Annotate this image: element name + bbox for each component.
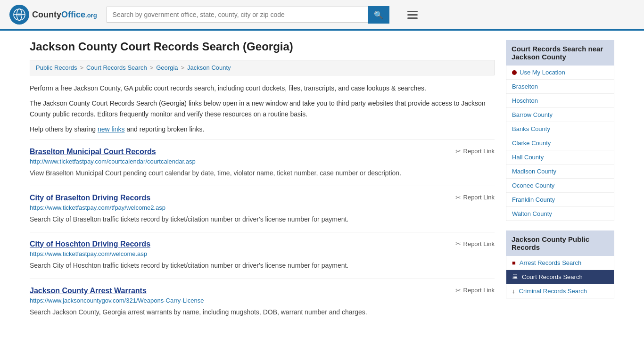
public-record-item[interactable]: 🏛 Court Records Search (506, 270, 614, 284)
nearby-link[interactable]: Walton County (512, 210, 552, 217)
nearby-list-item[interactable]: Hoschton (506, 94, 614, 108)
record-url[interactable]: https://www.ticketfastpay.com/welcome.as… (30, 250, 495, 257)
nearby-list-item[interactable]: Braselton (506, 80, 614, 94)
public-record-link[interactable]: Arrest Records Search (520, 259, 582, 266)
intro-paragraph-3: Help others by sharing new links and rep… (30, 124, 495, 134)
report-icon: ✂ (455, 194, 461, 201)
public-record-link[interactable]: Criminal Records Search (519, 288, 587, 295)
record-header: Jackson County Arrest Warrants ✂ Report … (30, 287, 495, 297)
nearby-items: BraseltonHoschtonBarrow CountyBanks Coun… (506, 80, 614, 221)
main-content: Jackson County Court Records Search (Geo… (30, 40, 495, 325)
record-header: Braselton Municipal Court Records ✂ Repo… (30, 148, 495, 158)
page-title: Jackson County Court Records Search (Geo… (30, 40, 495, 53)
court-icon: 🏛 (512, 273, 518, 280)
report-link[interactable]: ✂ Report Link (455, 194, 495, 201)
public-record-item[interactable]: ■ Arrest Records Search (506, 256, 614, 270)
breadcrumb: Public Records > Court Records Search > … (30, 60, 495, 75)
nearby-link[interactable]: Braselton (512, 83, 538, 90)
nearby-link[interactable]: Oconee County (512, 182, 554, 189)
logo-link[interactable]: CountyOffice.org (9, 5, 97, 25)
report-label: Report Link (463, 240, 495, 247)
record-title[interactable]: City of Braselton Driving Records (30, 194, 150, 202)
record-item: City of Braselton Driving Records ✂ Repo… (30, 186, 495, 232)
record-item: Jackson County Arrest Warrants ✂ Report … (30, 279, 495, 325)
intro-paragraph-2: The Jackson County Court Records Search … (30, 98, 495, 119)
page-container: Jackson County Court Records Search (Geo… (20, 31, 624, 334)
record-url[interactable]: https://www.ticketfastpay.com/tfpay/welc… (30, 204, 495, 211)
sidebar: Court Records Search near Jackson County… (506, 40, 614, 325)
nearby-link[interactable]: Banks County (512, 125, 550, 132)
menu-button[interactable] (404, 7, 421, 23)
nearby-link[interactable]: Franklin County (512, 196, 555, 203)
breadcrumb-court-records-search[interactable]: Court Records Search (86, 64, 147, 71)
intro-paragraph-1: Perform a free Jackson County, GA public… (30, 83, 495, 93)
report-link[interactable]: ✂ Report Link (455, 287, 495, 294)
use-location-link[interactable]: Use My Location (520, 69, 565, 76)
nearby-link[interactable]: Hoschton (512, 97, 538, 104)
use-my-location[interactable]: Use My Location (506, 66, 614, 80)
report-label: Report Link (463, 194, 495, 201)
breadcrumb-jackson-county[interactable]: Jackson County (187, 64, 231, 71)
nearby-list-item[interactable]: Banks County (506, 122, 614, 136)
location-dot-icon (512, 70, 517, 75)
breadcrumb-sep-2: > (150, 64, 154, 71)
record-header: City of Braselton Driving Records ✂ Repo… (30, 194, 495, 204)
public-record-link[interactable]: Court Records Search (522, 273, 583, 280)
record-item: Braselton Municipal Court Records ✂ Repo… (30, 140, 495, 186)
arrest-icon: ■ (512, 259, 516, 266)
report-icon: ✂ (455, 287, 461, 294)
nearby-section-title: Court Records Search near Jackson County (506, 40, 614, 66)
nearby-list-item[interactable]: Franklin County (506, 193, 614, 207)
nearby-section: Court Records Search near Jackson County… (506, 40, 614, 221)
public-records-list: ■ Arrest Records Search 🏛 Court Records … (506, 256, 614, 298)
nearby-link[interactable]: Barrow County (512, 111, 553, 118)
public-record-item[interactable]: ↓ Criminal Records Search (506, 284, 614, 298)
nearby-list: Use My Location BraseltonHoschtonBarrow … (506, 66, 614, 221)
nearby-list-item[interactable]: Barrow County (506, 108, 614, 122)
report-link[interactable]: ✂ Report Link (455, 240, 495, 247)
record-url[interactable]: http://www.ticketfastpay.com/courtcalend… (30, 158, 495, 165)
breadcrumb-sep-1: > (80, 64, 83, 71)
record-item: City of Hoschton Driving Records ✂ Repor… (30, 232, 495, 278)
record-header: City of Hoschton Driving Records ✂ Repor… (30, 240, 495, 250)
report-icon: ✂ (455, 240, 461, 247)
logo-icon (9, 5, 29, 25)
site-header: CountyOffice.org 🔍 (0, 0, 644, 31)
report-label: Report Link (463, 148, 495, 155)
nearby-link[interactable]: Madison County (512, 168, 556, 175)
breadcrumb-public-records[interactable]: Public Records (36, 64, 77, 71)
nearby-link[interactable]: Hall County (512, 154, 544, 161)
breadcrumb-sep-3: > (181, 64, 185, 71)
public-records-section-title: Jackson County Public Records (506, 230, 614, 256)
search-button[interactable]: 🔍 (368, 6, 389, 24)
nearby-link[interactable]: Clarke County (512, 140, 551, 147)
hamburger-icon (407, 11, 418, 19)
records-list: Braselton Municipal Court Records ✂ Repo… (30, 140, 495, 325)
search-bar: 🔍 (107, 6, 389, 24)
record-description: Search Jackson County, Georgia arrest wa… (30, 307, 495, 317)
nearby-list-item[interactable]: Clarke County (506, 136, 614, 150)
nearby-list-item[interactable]: Oconee County (506, 179, 614, 193)
record-title[interactable]: City of Hoschton Driving Records (30, 240, 150, 248)
public-records-section: Jackson County Public Records ■ Arrest R… (506, 230, 614, 298)
record-description: Search City of Braselton traffic tickets… (30, 214, 495, 224)
record-title[interactable]: Braselton Municipal Court Records (30, 148, 156, 156)
record-description: View Braselton Municipal Court pending c… (30, 168, 495, 178)
record-description: Search City of Hoschton traffic tickets … (30, 260, 495, 271)
nearby-list-item[interactable]: Walton County (506, 207, 614, 221)
nearby-list-item[interactable]: Madison County (506, 165, 614, 179)
search-input[interactable] (107, 7, 368, 23)
breadcrumb-georgia[interactable]: Georgia (156, 64, 178, 71)
record-url[interactable]: https://www.jacksoncountygov.com/321/Wea… (30, 297, 495, 304)
nearby-list-item[interactable]: Hall County (506, 150, 614, 165)
report-link[interactable]: ✂ Report Link (455, 148, 495, 155)
svg-point-3 (17, 13, 21, 16)
report-label: Report Link (463, 287, 495, 294)
report-icon: ✂ (455, 148, 461, 155)
new-links-link[interactable]: new links (98, 125, 125, 133)
record-title[interactable]: Jackson County Arrest Warrants (30, 287, 147, 295)
criminal-icon: ↓ (512, 288, 515, 295)
